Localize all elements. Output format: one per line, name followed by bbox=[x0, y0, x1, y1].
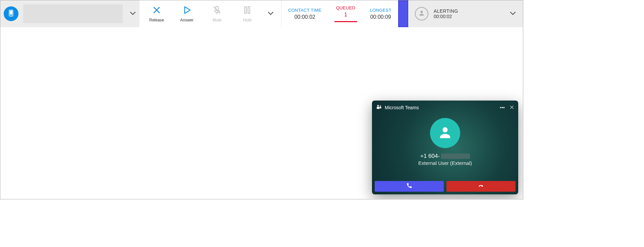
caller-avatar bbox=[430, 118, 460, 148]
svg-point-18 bbox=[442, 127, 447, 132]
actions-dropdown-button[interactable] bbox=[262, 9, 279, 19]
chevron-down-icon bbox=[128, 9, 137, 19]
pause-icon bbox=[242, 5, 252, 16]
caller-number: +1 604- bbox=[420, 153, 470, 160]
selection-divider[interactable] bbox=[398, 0, 408, 27]
svg-point-2 bbox=[11, 15, 11, 16]
answer-label: Answer bbox=[180, 18, 194, 22]
svg-rect-14 bbox=[377, 107, 379, 109]
svg-rect-1 bbox=[10, 11, 12, 15]
teams-incoming-call-popup: Microsoft Teams ••• +1 604- External Use… bbox=[372, 101, 518, 194]
user-icon bbox=[418, 10, 425, 18]
close-icon bbox=[509, 105, 514, 111]
svg-rect-9 bbox=[245, 7, 247, 13]
release-label: Release bbox=[149, 18, 164, 22]
hold-button: Hold bbox=[232, 5, 262, 22]
mute-button: Mute bbox=[202, 5, 232, 22]
svg-rect-10 bbox=[248, 7, 250, 13]
stat-longest-label: LONGEST bbox=[370, 8, 391, 13]
stat-queued[interactable]: QUEUED 1 bbox=[334, 5, 357, 22]
accept-call-button[interactable] bbox=[375, 181, 444, 192]
queue-stats: CONTACT TIME 00:00:02 QUEUED 1 LONGEST 0… bbox=[281, 0, 398, 27]
svg-point-11 bbox=[421, 11, 423, 13]
alert-avatar bbox=[415, 7, 428, 20]
teams-logo-icon bbox=[376, 104, 382, 111]
close-button[interactable] bbox=[509, 105, 514, 111]
more-options-button[interactable]: ••• bbox=[500, 105, 505, 110]
call-actions: Release Answer Mute Hold bbox=[140, 0, 281, 27]
svg-rect-15 bbox=[380, 107, 381, 108]
stat-queued-value: 1 bbox=[344, 12, 347, 18]
teams-popup-title: Microsoft Teams bbox=[385, 105, 419, 110]
teams-popup-body: +1 604- External User (External) bbox=[372, 115, 518, 166]
teams-popup-header: Microsoft Teams ••• bbox=[372, 101, 518, 115]
caller-subtitle: External User (External) bbox=[418, 160, 472, 166]
alert-time: 00:00:02 bbox=[434, 14, 458, 19]
stat-contact-time-value: 00:00:02 bbox=[294, 14, 315, 20]
caller-number-prefix: +1 604- bbox=[420, 153, 440, 160]
stat-longest-value: 00:00:09 bbox=[370, 14, 391, 20]
svg-point-13 bbox=[380, 105, 381, 106]
svg-marker-5 bbox=[185, 7, 190, 13]
stat-contact-time: CONTACT TIME 00:00:02 bbox=[288, 8, 322, 20]
ellipsis-icon: ••• bbox=[500, 105, 505, 110]
stat-queued-label: QUEUED bbox=[336, 5, 355, 10]
left-phone-section bbox=[0, 0, 140, 27]
phone-badge bbox=[4, 6, 18, 21]
stat-contact-time-label: CONTACT TIME bbox=[288, 8, 322, 13]
phone-hangup-icon bbox=[478, 182, 484, 190]
alert-text: ALERTING 00:00:02 bbox=[434, 8, 458, 19]
chevron-down-icon bbox=[266, 9, 275, 19]
phone-icon bbox=[406, 182, 413, 190]
svg-point-12 bbox=[377, 105, 379, 107]
hold-label: Hold bbox=[243, 18, 252, 22]
alert-section: ALERTING 00:00:02 bbox=[408, 0, 523, 27]
decline-call-button[interactable] bbox=[446, 181, 516, 192]
mute-label: Mute bbox=[213, 18, 222, 22]
stat-longest: LONGEST 00:00:09 bbox=[370, 8, 391, 20]
teams-popup-buttons bbox=[375, 181, 516, 192]
smartphone-icon bbox=[7, 9, 15, 18]
close-icon bbox=[152, 5, 162, 16]
caller-number-redacted bbox=[441, 153, 470, 159]
answer-button[interactable]: Answer bbox=[172, 5, 202, 22]
user-icon bbox=[437, 125, 453, 141]
top-bar: Release Answer Mute Hold CONTACT TIME 00… bbox=[0, 0, 523, 27]
alert-title: ALERTING bbox=[434, 8, 458, 14]
play-icon bbox=[182, 5, 192, 16]
microphone-off-icon bbox=[212, 5, 222, 16]
release-button[interactable]: Release bbox=[142, 5, 172, 22]
left-dropdown-button[interactable] bbox=[126, 9, 140, 19]
alert-dropdown-button[interactable] bbox=[503, 9, 523, 19]
chevron-down-icon bbox=[508, 9, 517, 19]
caller-info-placeholder bbox=[23, 4, 123, 23]
